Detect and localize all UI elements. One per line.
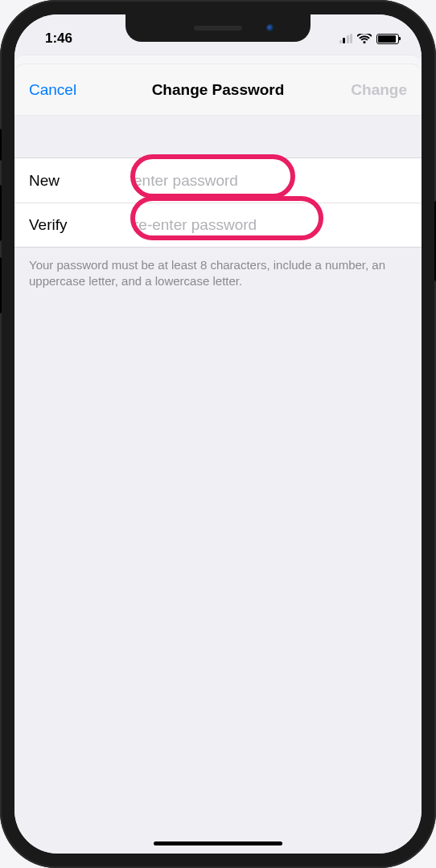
- cancel-button[interactable]: Cancel: [29, 81, 101, 99]
- new-password-row: New: [14, 158, 422, 203]
- volume-down-button: [0, 257, 2, 313]
- status-time: 1:46: [45, 31, 72, 47]
- nav-bar: Cancel Change Password Change: [14, 64, 422, 116]
- battery-icon: [376, 34, 399, 44]
- new-password-label: New: [29, 172, 134, 190]
- notch: [125, 14, 311, 42]
- password-form-group: New Verify: [14, 158, 422, 248]
- mute-switch: [0, 129, 2, 161]
- password-requirements-text: Your password must be at least 8 charact…: [14, 248, 422, 300]
- cellular-signal-icon: [339, 34, 353, 43]
- screen: 1:46 Cancel Change Password Change: [14, 14, 422, 854]
- phone-frame: 1:46 Cancel Change Password Change: [0, 0, 436, 868]
- wifi-icon: [357, 34, 372, 44]
- front-camera-icon: [266, 24, 274, 32]
- verify-password-input[interactable]: [134, 216, 407, 234]
- home-indicator[interactable]: [154, 841, 282, 845]
- modal-sheet: Cancel Change Password Change New Verify…: [14, 64, 422, 854]
- change-button[interactable]: Change: [335, 81, 407, 99]
- page-title: Change Password: [101, 81, 335, 99]
- verify-password-label: Verify: [29, 216, 134, 234]
- status-indicators: [339, 34, 400, 44]
- new-password-input[interactable]: [134, 172, 407, 190]
- verify-password-row: Verify: [14, 203, 422, 247]
- volume-up-button: [0, 185, 2, 241]
